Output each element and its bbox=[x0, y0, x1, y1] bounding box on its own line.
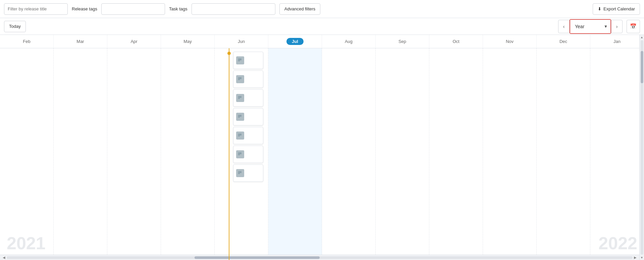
release-item-icon bbox=[236, 113, 244, 121]
vertical-scrollbar[interactable]: ▲ ▼ bbox=[639, 35, 644, 260]
export-icon: ⬇ bbox=[598, 6, 601, 11]
gantt-col-dec bbox=[537, 48, 590, 260]
svg-rect-9 bbox=[240, 134, 241, 136]
year-label-right: 2022 bbox=[598, 233, 637, 253]
release-tags-input[interactable] bbox=[101, 3, 165, 15]
view-select-wrapper: Month Quarter Year ▼ bbox=[570, 19, 611, 34]
nav-bar: Today ‹ Month Quarter Year ▼ › 📅 bbox=[0, 18, 644, 35]
scroll-down-arrow[interactable]: ▼ bbox=[640, 255, 644, 260]
release-item-icon bbox=[236, 150, 244, 158]
month-header-aug: Aug bbox=[322, 35, 376, 48]
export-calendar-button[interactable]: ⬇ Export Calendar bbox=[593, 3, 640, 15]
release-item[interactable] bbox=[233, 108, 263, 125]
scrollbar-track[interactable] bbox=[7, 256, 633, 259]
svg-rect-11 bbox=[240, 152, 241, 154]
gantt-col-nov bbox=[483, 48, 537, 260]
month-header-jul: Jul bbox=[268, 35, 322, 48]
months-header: FebMarAprMayJunJulAugSepOctNovDecJan bbox=[0, 35, 644, 48]
release-item[interactable] bbox=[233, 164, 263, 182]
month-header-jan: Jan bbox=[590, 35, 644, 48]
month-header-nov: Nov bbox=[483, 35, 537, 48]
release-cluster bbox=[233, 52, 263, 183]
gantt-col-feb bbox=[0, 48, 54, 260]
gantt-col-may bbox=[161, 48, 215, 260]
release-item[interactable] bbox=[233, 70, 263, 88]
svg-rect-8 bbox=[238, 134, 240, 137]
export-label: Export Calendar bbox=[603, 6, 635, 11]
year-label-left: 2021 bbox=[7, 233, 46, 253]
nav-controls: ‹ Month Quarter Year ▼ › bbox=[558, 19, 623, 34]
svg-rect-10 bbox=[238, 152, 240, 155]
svg-rect-1 bbox=[240, 58, 241, 60]
today-line bbox=[229, 48, 229, 260]
task-tags-label: Task tags bbox=[169, 6, 187, 11]
svg-rect-12 bbox=[238, 171, 240, 174]
month-header-sep: Sep bbox=[376, 35, 429, 48]
calendar-icon: 📅 bbox=[630, 23, 637, 30]
task-tags-input[interactable] bbox=[192, 3, 275, 15]
gantt-col-mar bbox=[54, 48, 107, 260]
month-header-mar: Mar bbox=[54, 35, 107, 48]
svg-rect-5 bbox=[240, 96, 241, 98]
gantt-columns bbox=[0, 48, 644, 260]
month-header-jun: Jun bbox=[215, 35, 268, 48]
gantt-col-apr bbox=[107, 48, 161, 260]
svg-rect-13 bbox=[240, 171, 241, 173]
svg-rect-4 bbox=[238, 96, 240, 99]
next-period-button[interactable]: › bbox=[611, 20, 623, 33]
release-item-icon bbox=[236, 132, 244, 140]
prev-period-button[interactable]: ‹ bbox=[558, 20, 570, 33]
release-item[interactable] bbox=[233, 52, 263, 69]
release-item[interactable] bbox=[233, 127, 263, 144]
gantt-col-sep bbox=[376, 48, 429, 260]
svg-rect-7 bbox=[240, 115, 241, 117]
today-dot bbox=[227, 52, 231, 55]
svg-rect-3 bbox=[240, 77, 241, 79]
month-header-dec: Dec bbox=[537, 35, 590, 48]
scroll-right-arrow[interactable]: ▶ bbox=[633, 255, 638, 260]
gantt-col-jan bbox=[590, 48, 644, 260]
gantt-col-oct bbox=[429, 48, 483, 260]
vertical-scrollbar-track[interactable] bbox=[641, 40, 643, 255]
svg-rect-2 bbox=[238, 77, 240, 80]
scroll-up-arrow[interactable]: ▲ bbox=[640, 35, 644, 40]
release-item[interactable] bbox=[233, 146, 263, 163]
month-header-may: May bbox=[161, 35, 215, 48]
gantt-body: 2021 2022 bbox=[0, 48, 644, 260]
month-header-apr: Apr bbox=[107, 35, 161, 48]
view-select[interactable]: Month Quarter Year bbox=[570, 20, 610, 33]
month-header-oct: Oct bbox=[429, 35, 483, 48]
toolbar: Release tags Task tags Advanced filters … bbox=[0, 0, 644, 18]
svg-rect-6 bbox=[238, 115, 240, 118]
release-item-icon bbox=[236, 169, 244, 177]
release-item-icon bbox=[236, 56, 244, 64]
calendar-picker-button[interactable]: 📅 bbox=[627, 20, 640, 33]
scroll-left-arrow[interactable]: ◀ bbox=[1, 255, 7, 260]
release-tags-label: Release tags bbox=[72, 6, 97, 11]
horizontal-scrollbar[interactable]: ◀ ▶ bbox=[0, 255, 639, 260]
gantt-col-aug bbox=[322, 48, 376, 260]
today-button[interactable]: Today bbox=[4, 21, 26, 32]
release-item[interactable] bbox=[233, 89, 263, 107]
release-item-icon bbox=[236, 94, 244, 102]
gantt-col-jul bbox=[268, 48, 322, 260]
month-header-feb: Feb bbox=[0, 35, 54, 48]
advanced-filters-button[interactable]: Advanced filters bbox=[279, 3, 321, 15]
filter-title-input[interactable] bbox=[4, 3, 68, 15]
release-item-icon bbox=[236, 75, 244, 83]
scrollbar-thumb[interactable] bbox=[195, 256, 320, 259]
svg-rect-0 bbox=[238, 58, 240, 61]
vertical-scrollbar-thumb[interactable] bbox=[641, 51, 643, 83]
